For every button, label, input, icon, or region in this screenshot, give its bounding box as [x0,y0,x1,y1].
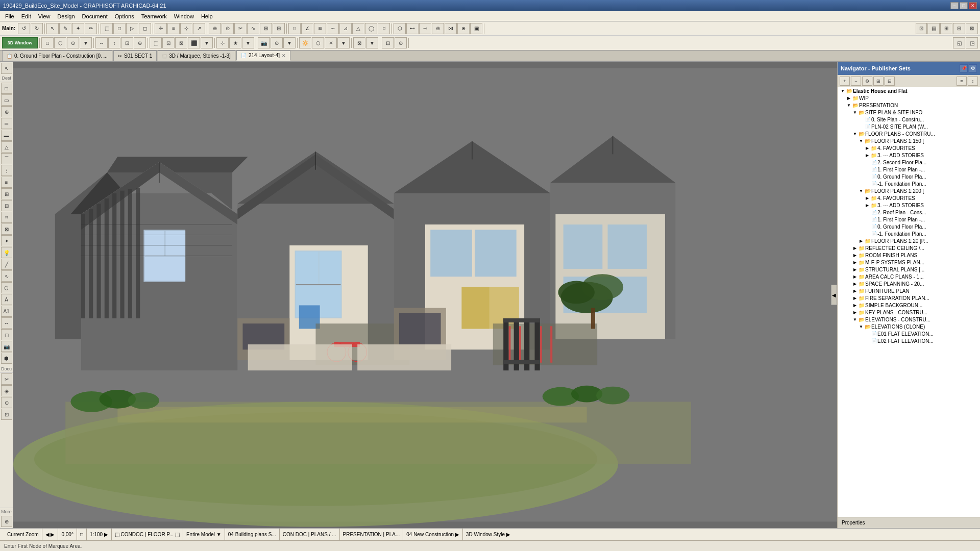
tree-root[interactable]: ▼ 📂 Elastic House and Flat [838,87,980,94]
tb-btn-21[interactable]: ⌑ [378,23,390,34]
tree-area-calc[interactable]: ▶ 📁 AREA CALC PLANS - 1... [838,273,980,280]
tree-fp200[interactable]: ▼ 📂 FLOOR PLANS 1:200 [ [838,187,980,194]
tb2-btn-4[interactable]: ↔ [95,37,108,48]
tb2-btn-17[interactable]: ☀ [325,37,337,48]
lt-tool-slab[interactable]: ▬ [1,130,12,141]
lt-tool-arc[interactable]: ∿ [1,270,12,282]
menu-help[interactable]: Help [198,12,216,20]
tb-btn-24[interactable]: ⊸ [419,23,431,34]
lt-tool-roof[interactable]: △ [1,141,12,153]
tb-btn-6[interactable]: ⊹ [180,23,192,34]
tree-fp200-fav[interactable]: ▶ 📁 4. FAVOURITES [838,194,980,202]
tree-space-planning[interactable]: ▶ 📁 SPACE PLANNING - 20... [838,280,980,287]
status-presentation[interactable]: PRESENTATION | PLA... [340,529,404,540]
lt-tool-mesh[interactable]: ⋮ [1,165,12,176]
panel-settings-button[interactable]: ⚙ [969,64,977,72]
menu-view[interactable]: View [35,12,54,20]
tb-r-btn-3[interactable]: ⊠ [966,23,978,34]
tree-sort-btn[interactable]: ↕ [968,77,978,86]
tb-btn-4[interactable]: ✛ [155,23,167,34]
tab-ground-floor[interactable]: 📋 0. Ground Floor Plan - Construction [0… [2,51,112,61]
tree-e01[interactable]: ▶ 📄 E01 FLAT ELEVATION... [838,330,980,337]
menu-design[interactable]: Design [54,12,78,20]
tb2-btn-dropdown2[interactable]: ▼ [201,37,213,48]
tree-fire-sep[interactable]: ▶ 📁 FIRE SEPARATION PLAN... [838,294,980,302]
tb2-btn-8[interactable]: ⬚ [150,37,162,48]
lt-tool-curtain[interactable]: ⊟ [1,200,12,211]
menu-edit[interactable]: Edit [18,12,34,20]
tree-furniture[interactable]: ▶ 📁 FURNITURE PLAN [838,287,980,294]
lt-tool-door[interactable]: ⌗ [1,212,12,223]
tree-fp200-1st[interactable]: ▶ 📄 1. First Floor Plan -... [838,216,980,223]
tb2-btn-dropdown6[interactable]: ▼ [366,37,378,48]
lt-tool-shell[interactable]: ⌒ [1,153,12,164]
select-button[interactable]: ⬚ [101,23,113,34]
tab-close-button[interactable]: ✕ [282,53,286,58]
lt-tool-lamp[interactable]: 💡 [1,247,12,258]
tb2-btn-5[interactable]: ↕ [108,37,120,48]
tree-view-btn[interactable]: ≡ [957,77,967,86]
lt-tool-text[interactable]: A [1,294,12,305]
tree-fp200-found[interactable]: ▶ 📄 -1. Foundation Plan... [838,230,980,237]
tb-btn-15[interactable]: ∠ [301,23,313,34]
status-zoom-nav[interactable]: ◀ ▶ [42,529,59,540]
lt-tool-morph[interactable]: ⬢ [1,353,12,364]
tb2-btn-3[interactable]: ⊙ [67,37,79,48]
lt-more-btn[interactable]: ⊕ [1,516,12,527]
tree-site-0[interactable]: ▶ 📄 0. Site Plan - Constru... [838,116,980,123]
lt-select-tool[interactable]: □ [1,83,12,94]
lt-tool-object[interactable]: ✦ [1,235,12,246]
tb2-r-btn-1[interactable]: ◱ [953,37,965,48]
tree-fp150-fav[interactable]: ▶ 📁 4. FAVOURITES [838,144,980,152]
tb2-btn-13[interactable]: ★ [229,37,241,48]
tree-delete-btn[interactable]: − [851,77,861,86]
tb2-btn-11[interactable]: ⬛ [188,37,200,48]
tree-key-plans[interactable]: ▶ 📁 KEY PLANS - CONSTRU... [838,309,980,316]
tb-btn-27[interactable]: ⋇ [457,23,470,34]
tree-structural[interactable]: ▶ 📁 STRUCTURAL PLANS [... [838,266,980,273]
tree-expand-btn[interactable]: ⊞ [873,77,884,86]
lt-tool-railing[interactable]: ⊞ [1,188,12,199]
tree-fp150-gf[interactable]: ▶ 📄 0. Ground Floor Pla... [838,173,980,180]
tree-fp150[interactable]: ▼ 📂 FLOOR PLANS 1:150 [ [838,137,980,144]
tb2-btn-15[interactable]: 🔆 [299,37,311,48]
tb-btn-18[interactable]: ⊿ [339,23,352,34]
lt-tool-column[interactable]: ⊕ [1,106,12,117]
menu-window[interactable]: Window [171,12,197,20]
tree-fp20[interactable]: ▶ 📁 FLOOR PLANS 1:20 [P... [838,237,980,244]
edit-tool-button[interactable]: ✎ [59,23,71,34]
tb2-btn-6[interactable]: ⊡ [121,37,133,48]
tb-btn-22[interactable]: ⬡ [394,23,406,34]
tb-btn-10[interactable]: ✂ [234,23,247,34]
status-new-construction[interactable]: 04 New Construction ▶ [403,529,463,540]
tree-site-plan[interactable]: ▼ 📂 SITE PLAN & SITE INFO [838,109,980,116]
tb-btn-13[interactable]: ⊟ [273,23,285,34]
tb2-btn-dropdown3[interactable]: ▼ [242,37,254,48]
panel-collapse-arrow[interactable]: ◀ [831,285,837,305]
menu-document[interactable]: Document [79,12,111,20]
lt-tool-label[interactable]: A1 [1,306,12,317]
navigator-btn[interactable]: ⊡ [916,23,927,34]
close-button[interactable]: ✕ [969,2,977,9]
tb-btn-25[interactable]: ⊛ [432,23,444,34]
tb-btn-26[interactable]: ⋈ [445,23,457,34]
tree-fp150-add[interactable]: ▶ 📁 3. --- ADD STORIES [838,152,980,159]
tb-btn-2[interactable]: ▷ [126,23,138,34]
tb2-btn-9[interactable]: ⊡ [162,37,175,48]
tb-btn-19[interactable]: △ [352,23,364,34]
tb2-btn-19[interactable]: ⊡ [382,37,394,48]
tree-mep[interactable]: ▶ 📁 M-E-P SYSTEMS PLAN... [838,259,980,266]
tb-btn-14[interactable]: ⌗ [288,23,301,34]
magic-wand-button[interactable]: ✦ [72,23,84,34]
status-model[interactable]: Entire Model ▼ [183,529,225,540]
lt-arrow-tool[interactable]: ↖ [1,63,12,74]
tree-simple-bg[interactable]: ▶ 📁 SIMPLE BACKGROUN... [838,302,980,309]
lt-tool-stair[interactable]: ≡ [1,177,12,188]
tree-fp200-gf[interactable]: ▶ 📄 0. Ground Floor Pla... [838,223,980,230]
tb2-btn-dropdown4[interactable]: ▼ [283,37,296,48]
tab-layout4[interactable]: 📄 214 Layout-4] ✕ [236,51,290,61]
tree-floor-plans[interactable]: ▼ 📂 FLOOR PLANS - CONSTRU... [838,130,980,137]
tree-elevations[interactable]: ▼ 📂 ELEVATIONS - CONSTRU... [838,316,980,323]
tb-btn-9[interactable]: ⊙ [222,23,234,34]
tb-btn-5[interactable]: ≡ [167,23,180,34]
